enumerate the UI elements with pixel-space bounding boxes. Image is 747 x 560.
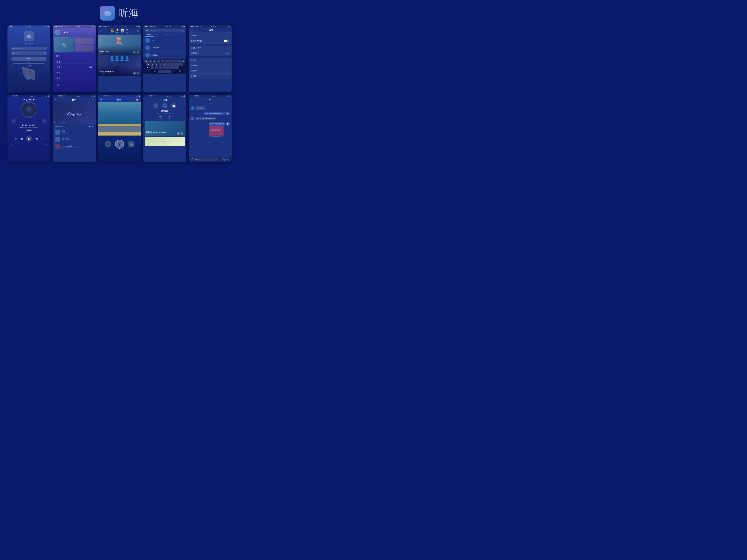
key-n[interactable]: n <box>171 66 175 69</box>
key-shift[interactable]: ⬆ <box>145 66 150 69</box>
play-button[interactable]: ▶ <box>133 51 136 54</box>
eq-icon[interactable]: ≋ <box>10 143 12 146</box>
menu-item-capture[interactable]: 捕音 <box>56 71 92 75</box>
share-icon[interactable]: ↗ <box>46 143 47 146</box>
key-j[interactable]: j <box>171 63 175 66</box>
search-result-zui-keyen[interactable]: 👤 Zui Keyen › <box>143 44 186 52</box>
key-g[interactable]: g <box>163 63 166 66</box>
key-o[interactable]: o <box>177 59 181 62</box>
settings-switch-account[interactable]: 切换账号 <box>189 74 232 79</box>
capture-target-icon[interactable]: 🎯 <box>136 98 139 101</box>
key-s[interactable]: s <box>151 63 154 66</box>
load-more[interactable]: ··· <box>98 76 141 81</box>
menu-item-messages[interactable]: 消息 2 <box>56 65 92 69</box>
chat-music-icon[interactable]: ♫ <box>220 158 221 161</box>
feed-menu-icon[interactable]: ☰ <box>100 30 102 32</box>
track-item-2[interactable]: 🎵 Go Crazy 2PM › <box>53 136 96 143</box>
feed-tab-recommended[interactable]: ⭐ 推荐 <box>116 29 119 34</box>
chat-input[interactable]: 我先去 <box>194 158 219 161</box>
key-x[interactable]: x <box>155 66 158 69</box>
fan-music-button[interactable]: 🎵 <box>162 103 167 108</box>
settings-notifications[interactable]: 消息提示 <box>189 33 232 38</box>
settings-intro[interactable]: 功能介绍 <box>189 68 232 74</box>
menu-item-settings[interactable]: 设置 <box>56 77 92 80</box>
capture-settings-button[interactable]: 🎛 <box>105 141 111 148</box>
key-z[interactable]: z <box>151 66 154 69</box>
search-input[interactable]: ZUI <box>150 30 181 31</box>
key-d[interactable]: d <box>155 63 158 66</box>
add-button-2[interactable]: + <box>136 72 139 75</box>
search-tab-u[interactable]: U <box>172 33 176 37</box>
settings-feedback[interactable]: 意见反馈 <box>189 58 232 63</box>
settings-back-icon[interactable]: ‹ <box>190 29 191 31</box>
song-card-come-on-my-soul[interactable]: 👤👤👤👤 Come On My Soul ▶ 2312 ♡ 873 ▶ + <box>98 55 141 76</box>
feed-tab-tinghai[interactable]: 📻 听海 <box>111 29 114 34</box>
key-go[interactable]: 前往 <box>177 70 183 73</box>
track-item-1[interactable]: 🎵 潮汐 鲸鱼马戏团 › <box>53 129 96 136</box>
key-t[interactable]: t <box>161 59 164 62</box>
search-bar[interactable]: 🔍 ZUI ✕ <box>145 29 185 32</box>
play-pause-button[interactable]: ⏸ <box>26 136 32 142</box>
key-l[interactable]: l <box>179 63 183 66</box>
settings-network[interactable]: 使用3G/4G网络 <box>189 38 232 44</box>
playlist-add-button[interactable]: + <box>92 125 94 128</box>
next-nav-button[interactable]: → <box>42 118 47 123</box>
key-p[interactable]: p <box>181 59 185 62</box>
key-q[interactable]: q <box>144 59 148 62</box>
fan-song-card[interactable]: 海滨音诗 Seaside tone poem ▶ 800 ♡ 654 ▶ + <box>145 121 185 136</box>
capture-menu-icon[interactable]: ☰ <box>100 98 102 101</box>
playlist-play-button[interactable]: ▶ <box>89 125 91 128</box>
fan-play-button[interactable]: ▶ <box>177 132 180 135</box>
search-tab-tags[interactable]: TAGS <box>154 33 161 37</box>
password-field[interactable]: 🔒 密码 👁 <box>11 51 47 55</box>
key-m[interactable]: m <box>175 66 179 69</box>
key-u[interactable]: u <box>169 59 173 62</box>
player-progress[interactable] <box>7 132 50 132</box>
search-clear-button[interactable]: ✕ <box>182 29 183 31</box>
track-3-more[interactable]: › <box>93 146 93 148</box>
key-symbol[interactable]: 符 <box>147 70 152 73</box>
prev-track-button[interactable]: ⏮ <box>20 137 23 141</box>
feed-tab-favorites[interactable]: ❤ 收藏 <box>126 29 128 34</box>
key-a[interactable]: a <box>147 63 150 66</box>
key-backspace[interactable]: ⌫ <box>179 66 184 69</box>
key-k[interactable]: k <box>175 63 179 66</box>
chat-send-button[interactable]: Send <box>226 158 230 160</box>
settings-clear-app-cache[interactable]: 清理应用缓存 <box>189 46 232 51</box>
key-f[interactable]: f <box>159 63 162 66</box>
track-2-more[interactable]: › <box>93 138 93 140</box>
prev-nav-button[interactable]: ← <box>11 118 16 123</box>
fan-add-button[interactable]: + <box>153 103 158 108</box>
search-tab-artists[interactable]: ARTISTS <box>145 33 154 37</box>
login-button[interactable]: 登录 <box>11 57 47 61</box>
menu-item-playlist[interactable]: 歌单 <box>56 60 92 64</box>
heart-button[interactable]: ♡ <box>41 137 43 140</box>
play-button-2[interactable]: ▶ <box>133 72 136 75</box>
add-button[interactable]: + <box>136 51 139 54</box>
key-i[interactable]: i <box>173 59 177 62</box>
key-english[interactable]: 英 <box>172 70 177 73</box>
key-r[interactable]: r <box>157 59 160 62</box>
key-h[interactable]: h <box>167 63 171 66</box>
network-toggle[interactable] <box>224 39 229 42</box>
settings-rate[interactable]: 给我评分 <box>189 63 232 68</box>
key-w[interactable]: w <box>149 59 152 62</box>
fan-message-button[interactable]: 💬 <box>171 103 176 108</box>
next-track-button[interactable]: ⏭ <box>34 137 38 141</box>
chat-mic-icon[interactable]: 🎤 <box>190 158 193 161</box>
shuffle-icon[interactable]: ⇄ <box>15 137 17 140</box>
search-tab-playlists[interactable]: PLAYLISTS <box>161 33 172 37</box>
key-period[interactable]: . <box>158 70 162 73</box>
chat-music-card[interactable]: ONEREPUBLIC 🎵 OneRepublic <box>209 126 224 137</box>
song-card-bright-day[interactable]: 🪼 Bright Day ▶ 627 ♡ 513 ▶ + <box>98 35 141 55</box>
player-download-icon[interactable]: ↓ <box>47 98 48 101</box>
key-y[interactable]: y <box>165 59 169 62</box>
search-result-zui[interactable]: 👤 ZUI › <box>143 37 186 44</box>
key-e[interactable]: e <box>153 59 156 62</box>
settings-clear-cache[interactable]: 清理缓存 993KB <box>189 51 232 56</box>
search-result-zui-marie[interactable]: 👤 Zui Marie › <box>143 52 186 59</box>
feed-tab-overview[interactable]: 📊 概述 <box>121 29 124 34</box>
menu-item-exit[interactable]: 退出 <box>56 83 92 87</box>
key-c[interactable]: c <box>159 66 162 69</box>
email-field[interactable]: 📧 邮箱/手机号 <box>11 47 47 50</box>
